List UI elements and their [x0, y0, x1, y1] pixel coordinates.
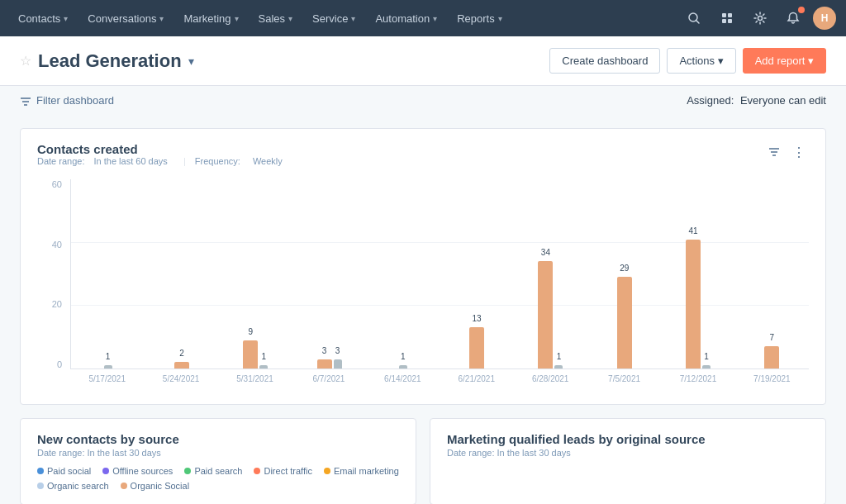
bar-gray[interactable]: 1 — [399, 365, 407, 368]
x-label: 6/28/2021 — [513, 374, 587, 383]
nav-item-automation[interactable]: Automation ▾ — [367, 0, 445, 36]
chart-actions: ⋮ — [764, 142, 809, 162]
avatar[interactable]: H — [813, 7, 836, 30]
legend-label: Offline sources — [112, 466, 173, 476]
chart-meta: Date range: In the last 60 days | Freque… — [37, 156, 289, 166]
bar-group: 2 — [145, 179, 218, 368]
chart-more-icon[interactable]: ⋮ — [789, 142, 809, 162]
search-icon[interactable] — [681, 5, 707, 31]
legend-label: Direct traffic — [264, 466, 311, 476]
bar-value: 1 — [557, 352, 562, 361]
legend-item: Paid social — [37, 466, 91, 476]
legend-dot — [184, 468, 191, 474]
chevron-down-icon: ▾ — [235, 14, 239, 23]
x-label: 6/14/2021 — [366, 374, 440, 383]
title-dropdown-icon[interactable]: ▾ — [188, 55, 194, 68]
bar-value: 7 — [770, 333, 775, 342]
legend-dot — [102, 468, 109, 474]
nav-item-sales[interactable]: Sales ▾ — [250, 0, 302, 36]
favorite-icon[interactable]: ☆ — [20, 53, 31, 69]
actions-button[interactable]: Actions ▾ — [667, 48, 735, 74]
legend-item: Direct traffic — [254, 466, 311, 476]
legend-dot — [121, 483, 127, 489]
bar-group: 29 — [587, 179, 661, 368]
nav-item-marketing[interactable]: Marketing ▾ — [175, 0, 246, 36]
svg-rect-2 — [722, 13, 726, 17]
legend-dot — [37, 468, 44, 474]
bar-orange[interactable]: 34 — [538, 261, 553, 368]
bar-orange[interactable]: 29 — [617, 277, 632, 368]
bottom-left-meta: Date range: In the last 30 days — [37, 448, 399, 458]
bar-group: 91 — [219, 179, 292, 368]
svg-point-6 — [758, 17, 763, 21]
legend-item: Organic Social — [121, 481, 190, 491]
bottom-right-title: Marketing qualified leads by original so… — [447, 432, 809, 446]
bar-orange[interactable]: 2 — [174, 362, 189, 368]
svg-rect-5 — [728, 19, 732, 23]
legend-label: Email marketing — [334, 466, 399, 476]
legend-dot — [37, 483, 44, 489]
legend-item: Email marketing — [324, 466, 399, 476]
bar-value: 13 — [473, 314, 482, 323]
bar-value: 1 — [106, 352, 111, 361]
nav-item-reports[interactable]: Reports ▾ — [449, 0, 511, 36]
bar-orange[interactable]: 13 — [469, 327, 484, 368]
bottom-right-meta: Date range: In the last 30 days — [447, 448, 809, 458]
y-axis: 60 40 20 0 — [37, 179, 67, 369]
x-label: 7/19/2021 — [735, 374, 809, 383]
legend-item: Organic search — [37, 481, 109, 491]
bar-gray[interactable]: 1 — [104, 365, 112, 368]
nav-icons: H — [681, 5, 836, 31]
settings-icon[interactable] — [747, 5, 773, 31]
legend-label: Paid social — [47, 466, 91, 476]
nav-item-conversations[interactable]: Conversations ▾ — [79, 0, 172, 36]
bar-gray[interactable]: 1 — [554, 365, 563, 368]
chart-filter-icon[interactable] — [764, 142, 784, 162]
bar-gray[interactable]: 1 — [702, 365, 711, 368]
grid-icon[interactable] — [714, 5, 740, 31]
bar-group: 1 — [71, 179, 145, 368]
filter-dashboard-button[interactable]: Filter dashboard — [20, 94, 114, 107]
nav-item-contacts[interactable]: Contacts ▾ — [10, 0, 76, 36]
x-label: 7/12/2021 — [661, 374, 734, 383]
bar-orange[interactable]: 9 — [243, 340, 258, 368]
create-dashboard-button[interactable]: Create dashboard — [549, 48, 660, 74]
bar-value: 3 — [322, 346, 327, 355]
nav-bar: Contacts ▾ Conversations ▾ Marketing ▾ S… — [0, 0, 846, 36]
x-label: 5/24/2021 — [144, 374, 217, 383]
bar-value: 41 — [688, 226, 697, 235]
bar-value: 9 — [248, 327, 253, 336]
mql-by-source-card: Marketing qualified leads by original so… — [430, 418, 826, 504]
notifications-icon[interactable] — [780, 5, 806, 31]
notification-badge — [798, 7, 805, 13]
filter-icon — [20, 95, 31, 107]
bar-group: 7 — [735, 179, 809, 368]
chevron-down-icon: ▾ — [498, 14, 502, 23]
add-report-button[interactable]: Add report ▾ — [743, 48, 826, 74]
bar-orange[interactable]: 41 — [686, 240, 701, 368]
bar-group: 341 — [514, 179, 587, 368]
bottom-row: New contacts by source Date range: In th… — [20, 418, 826, 504]
chart-header: Contacts created Date range: In the last… — [37, 142, 809, 176]
nav-item-service[interactable]: Service ▾ — [304, 0, 364, 36]
bar-orange[interactable]: 7 — [764, 346, 779, 368]
x-label: 6/7/2021 — [292, 374, 365, 383]
page-header: ☆ Lead Generation ▾ Create dashboard Act… — [0, 36, 846, 86]
bar-gray[interactable]: 3 — [334, 359, 342, 368]
assigned-text: Assigned: Everyone can edit — [687, 94, 826, 107]
chevron-down-icon: ▾ — [64, 14, 68, 23]
legend-label: Organic search — [47, 481, 109, 491]
bar-value: 2 — [179, 349, 184, 358]
legend-label: Organic Social — [131, 481, 190, 491]
legend-item: Paid search — [184, 466, 242, 476]
x-label: 7/5/2021 — [587, 374, 661, 383]
new-contacts-by-source-card: New contacts by source Date range: In th… — [20, 418, 416, 504]
bar-value: 1 — [401, 352, 406, 361]
legend-label: Paid search — [194, 466, 242, 476]
bar-orange[interactable]: 3 — [317, 359, 332, 368]
x-label: 6/21/2021 — [440, 374, 513, 383]
legend-dot — [324, 468, 330, 474]
bar-group: 411 — [661, 179, 734, 368]
bar-gray[interactable]: 1 — [259, 365, 268, 368]
bar-value: 1 — [261, 352, 266, 361]
